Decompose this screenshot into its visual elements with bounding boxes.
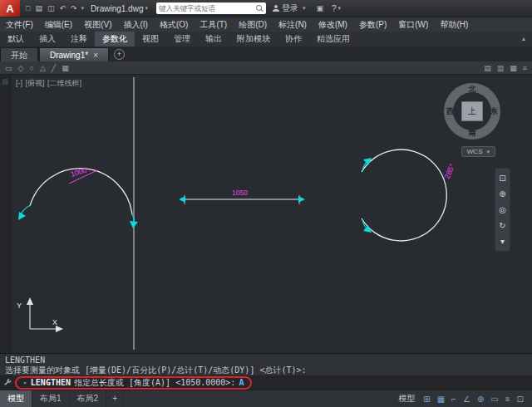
search-icon[interactable] [256, 5, 264, 12]
model-tab[interactable]: 模型 [0, 390, 32, 407]
osnap-icon[interactable]: ⊕ [477, 395, 484, 404]
new-tab-button[interactable]: + [114, 49, 125, 60]
menu-item-insert[interactable]: 插入(I) [117, 17, 153, 32]
tab-featured-apps[interactable]: 精选应用 [309, 32, 357, 47]
customize-menu-icon[interactable]: ≡ [505, 395, 510, 404]
menu-item-parametric[interactable]: 参数(P) [353, 17, 392, 32]
viewport-controls[interactable]: [-] [16, 79, 22, 87]
menu-item-dimension[interactable]: 标注(N) [273, 17, 313, 32]
tab-view[interactable]: 视图 [135, 32, 166, 47]
utilities-panel-icon[interactable]: ≡ [523, 64, 527, 72]
hatch-tool-icon[interactable]: ▦ [62, 64, 69, 72]
menu-bar: 文件(F) 编辑(E) 视图(V) 插入(I) 格式(O) 工具(T) 绘图(D… [0, 17, 532, 32]
user-icon [273, 5, 279, 12]
viewport-label: [-] [俯视] [二维线框] [16, 78, 82, 89]
open-file-icon[interactable]: ▤ [35, 4, 42, 12]
command-history-line-2: 选择要测量的对象或 [增量(DE)/百分比(P)/总计(T)/动态(DY)] <… [0, 365, 532, 375]
menu-item-view[interactable]: 视图(V) [78, 17, 117, 32]
wcs-button[interactable]: WCS ▾ [461, 146, 495, 157]
snap-icon[interactable]: ▦ [437, 395, 445, 404]
drawing-tab[interactable]: Drawing1* × [39, 47, 109, 61]
menu-item-format[interactable]: 格式(O) [154, 17, 194, 32]
viewcube-north[interactable]: 北 [469, 84, 476, 95]
navigation-bar: ⊡ ⊕ ◎ ↻ ▾ [495, 168, 510, 252]
tab-insert[interactable]: 插入 [32, 32, 63, 47]
chevron-down-icon: ▾ [338, 5, 342, 12]
tab-output[interactable]: 输出 [198, 32, 229, 47]
rect-tool-icon[interactable]: ▭ [5, 64, 12, 72]
line-length-dim[interactable]: 1050 [232, 189, 248, 197]
viewcube[interactable]: 北 南 西 东 上 [441, 80, 504, 143]
command-input-highlight[interactable]: ▸ LENGTHEN 指定总长度或 [角度(A)] <1050.0000>: A [15, 376, 252, 390]
command-input-row[interactable]: ▸ LENGTHEN 指定总长度或 [角度(A)] <1050.0000>: A [0, 375, 532, 390]
menu-item-tools[interactable]: 工具(T) [194, 17, 233, 32]
menu-item-draw[interactable]: 绘图(D) [233, 17, 273, 32]
arrowhead-icon [179, 196, 185, 203]
arc-angle-dim-right[interactable]: 285° [443, 162, 456, 179]
model-space-toggle[interactable]: 模型 [398, 393, 415, 405]
viewcube-south[interactable]: 南 [469, 128, 476, 139]
properties-panel-icon[interactable]: ▥ [497, 64, 505, 72]
app-store-icon[interactable]: ▣ [316, 4, 323, 12]
navbar-more-icon[interactable]: ▾ [500, 233, 505, 249]
search-input[interactable] [159, 4, 256, 12]
viewcube-west[interactable]: 西 [446, 106, 454, 117]
viewcube-east[interactable]: 东 [490, 106, 498, 117]
lineweight-icon[interactable]: ▭ [490, 395, 498, 404]
qat-dropdown-icon[interactable]: ▾ [81, 5, 85, 12]
viewcube-top-face[interactable]: 上 [461, 101, 483, 121]
circle-tool-icon[interactable]: ○ [29, 64, 33, 72]
menu-item-window[interactable]: 窗口(W) [392, 17, 434, 32]
tab-collaborate[interactable]: 协作 [278, 32, 309, 47]
tab-addins[interactable]: 附加模块 [229, 32, 278, 47]
ucs-y-label: Y [17, 302, 22, 310]
command-prompt-icon: ▸ [23, 379, 27, 386]
sign-in-button[interactable]: 登录 ▾ [273, 2, 306, 14]
document-title-text: Drawing1.dwg [91, 4, 143, 13]
viewport-view-name[interactable]: [俯视] [26, 79, 45, 87]
drawing-area[interactable]: 1000 1050 285° Y X [-] [俯视] [0, 75, 532, 353]
redo-icon[interactable]: ↷ [71, 4, 77, 12]
layout2-tab[interactable]: 布局2 [70, 390, 107, 407]
menu-item-file[interactable]: 文件(F) [0, 17, 39, 32]
customize-wrench-icon[interactable] [3, 378, 12, 388]
start-tab[interactable]: 开始 [0, 47, 38, 61]
steering-wheel-icon[interactable]: ◎ [499, 202, 506, 218]
tab-annotate[interactable]: 注释 [63, 32, 95, 47]
menu-item-edit[interactable]: 编辑(E) [39, 17, 78, 32]
document-title[interactable]: Drawing1.dwg ▾ [91, 4, 148, 13]
menu-item-help[interactable]: 帮助(H) [434, 17, 474, 32]
new-file-icon[interactable]: □ [26, 4, 30, 12]
tab-home[interactable]: 默认 [0, 32, 32, 47]
arc-right[interactable] [362, 150, 446, 241]
arc-length-dim-left[interactable]: 1000 [70, 165, 88, 178]
layers-panel-icon[interactable]: ▤ [484, 64, 491, 72]
zoom-icon[interactable]: ⊕ [499, 186, 505, 202]
autocad-logo[interactable]: A [0, 0, 20, 17]
new-layout-button[interactable]: + [106, 390, 124, 407]
pan-icon[interactable]: ⊡ [499, 170, 505, 186]
chevron-down-icon: ▾ [145, 5, 148, 12]
tab-parametric[interactable]: 参数化 [95, 32, 135, 47]
ribbon-minimize-icon[interactable]: ▴ [515, 32, 532, 47]
layout1-tab[interactable]: 布局1 [32, 390, 70, 407]
polar-tracking-icon[interactable]: ∠ [463, 395, 470, 404]
help-button[interactable]: ? ▾ [332, 4, 341, 13]
groups-panel-icon[interactable]: ▦ [510, 64, 517, 72]
viewport-visual-style[interactable]: [二维线框] [47, 79, 81, 87]
arrowhead-icon [298, 196, 305, 203]
orbit-icon[interactable]: ↻ [499, 218, 505, 233]
close-icon[interactable]: × [93, 48, 98, 62]
undo-icon[interactable]: ↶ [59, 4, 66, 12]
triangle-tool-icon[interactable]: △ [40, 64, 46, 72]
ortho-icon[interactable]: ⌐ [451, 395, 456, 404]
menu-item-modify[interactable]: 修改(M) [313, 17, 353, 32]
command-window[interactable]: LENGTHEN 选择要测量的对象或 [增量(DE)/百分比(P)/总计(T)/… [0, 353, 532, 390]
diamond-tool-icon[interactable]: ◇ [18, 64, 24, 72]
grid-icon[interactable]: ⊞ [423, 395, 430, 404]
save-icon[interactable]: ◫ [47, 4, 55, 12]
tab-manage[interactable]: 管理 [166, 32, 198, 47]
arrowhead-icon [56, 326, 63, 332]
line-tool-icon[interactable]: ╱ [52, 64, 56, 72]
clean-screen-icon[interactable]: ⊡ [517, 395, 524, 404]
